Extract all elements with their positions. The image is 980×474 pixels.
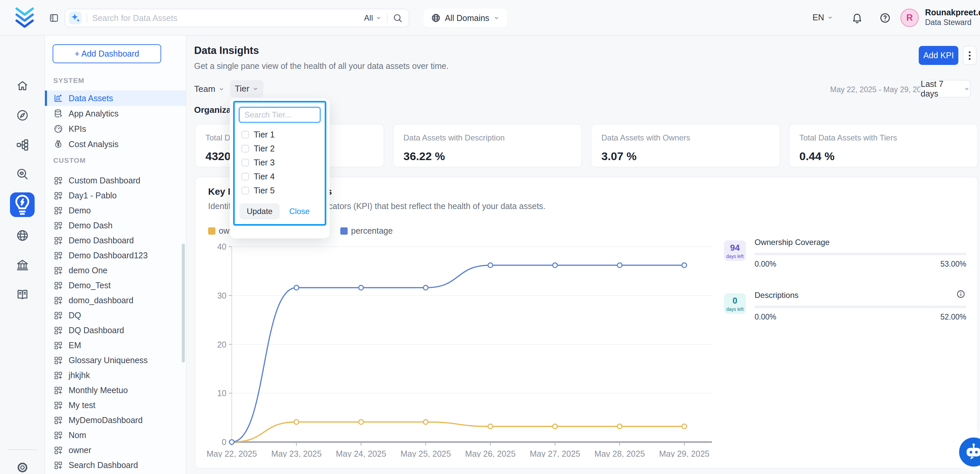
dashboard-icon [53,139,63,149]
search-scope-dropdown[interactable]: All [364,13,382,23]
language-dropdown[interactable]: EN [813,13,834,22]
dashboard-icon [53,385,63,396]
tier-filter-dropdown[interactable]: Tier [230,80,263,97]
rail-home-icon[interactable] [16,79,29,92]
page-title: Data Insights [194,45,259,57]
sidebar-item-glossary-uniqueness[interactable]: Glossary Uniqueness [45,353,186,368]
sidebar-item-app-analytics[interactable]: App Analytics [45,106,186,121]
dashboard-icon [53,445,63,455]
ai-sparkle-icon[interactable] [69,12,81,24]
tier-filter-popover: Tier 1 Tier 2 Tier 3 Tier 4 Tier 5 Updat… [230,99,330,238]
tier-option-tier-2[interactable]: Tier 2 [239,142,321,156]
avatar[interactable]: R [900,9,919,27]
sidebar-item-dq[interactable]: DQ [45,308,186,323]
more-options-kebab-icon[interactable] [963,46,977,65]
add-dashboard-button[interactable]: + Add Dashboard [52,44,161,63]
rail-governance-bank-icon[interactable] [16,258,29,272]
search-input[interactable] [92,13,364,23]
tier-update-button[interactable]: Update [239,204,280,220]
sidebar-scrollbar[interactable] [182,243,185,363]
sidebar-item-mydemodashboard[interactable]: MyDemoDashboard [45,413,186,428]
sidebar-item-data-assets[interactable]: Data Assets [45,91,186,106]
kpi-max: 53.00% [940,259,966,269]
account-menu[interactable]: Rounakpreet.d Data Steward [925,7,980,27]
sidebar-item-nom[interactable]: Nom [45,428,186,443]
sidebar-item-demo-one[interactable]: demo One [45,263,186,278]
svg-text:20: 20 [217,340,226,349]
checkbox[interactable] [242,159,249,167]
sidebar-item-demo[interactable]: Demo [45,203,186,218]
svg-text:0: 0 [222,437,226,447]
dashboard-sidebar: + Add Dashboard SYSTEM Data Assets App A… [45,36,186,474]
all-domains-dropdown[interactable]: All Domains [423,9,507,27]
rail-settings-gear-icon[interactable] [16,461,29,474]
kpi-item-descriptions[interactable]: 0 days left Descriptions 0.00% 52.00% [724,291,966,331]
kpi-item-ownership[interactable]: 94 days left Ownership Coverage 0.00% 53… [724,238,966,278]
app-logo-icon[interactable] [15,7,34,28]
sidebar-item-domo-dashboard[interactable]: domo_dashboard [45,293,186,308]
tier-option-tier-3[interactable]: Tier 3 [239,156,321,169]
svg-text:May 28, 2025: May 28, 2025 [594,449,645,457]
sidebar-item-kpis[interactable]: KPIs [45,121,186,137]
rail-insights-bulb-icon[interactable] [10,192,35,217]
sidebar-item-demo-dash[interactable]: Demo Dash [45,218,186,233]
dashboard-icon [53,415,63,425]
dashboard-icon [53,340,63,350]
globe-icon [431,13,441,23]
sidebar-item-custom-dashboard[interactable]: Custom Dashboard [45,173,186,188]
sidebar-item-day1-pablo[interactable]: Day1 - Pablo [45,188,186,203]
sidebar-item-search-dashboard[interactable]: Search Dashboard [45,458,186,472]
divider [87,13,87,23]
date-range-select[interactable]: Last 7 days [920,80,970,97]
legend-swatch [340,227,348,235]
rail-discover-compass-icon[interactable] [16,108,29,122]
sidebar-item-owner[interactable]: owner [45,443,186,458]
legend-item-percentage[interactable]: percentage [340,226,393,236]
chevron-down-icon [827,14,834,21]
dashboard-icon [53,176,63,186]
search-icon[interactable] [393,13,402,23]
rail-glossary-book-icon[interactable] [16,288,29,301]
sidebar-item-monthly-meetuo[interactable]: Monthly Meetuo [45,383,186,398]
stat-value: 3.07 % [601,150,770,163]
dashboard-icon [53,371,63,380]
stat-label: Data Assets with Owners [601,133,770,142]
chevron-down-icon [964,86,970,92]
team-filter-dropdown[interactable]: Team [194,84,225,94]
tier-option-tier-4[interactable]: Tier 4 [239,169,321,183]
sidebar-item-demo-dashboard[interactable]: Demo Dashboard [45,233,186,248]
checkbox[interactable] [242,145,249,153]
rail-search-observe-icon[interactable] [16,167,29,181]
top-bar: All All Domains EN R Rounakpreet.d Data … [0,0,980,36]
sidebar-toggle-icon[interactable] [49,13,59,23]
rail-globe-icon[interactable] [16,229,29,242]
help-icon[interactable] [879,12,891,24]
sidebar-item-dq-dashboard[interactable]: DQ Dashboard [45,323,186,338]
notifications-bell-icon[interactable] [851,12,863,24]
checkbox[interactable] [242,131,249,138]
dashboard-icon [53,236,63,246]
add-kpi-button[interactable]: Add KPI [919,46,958,65]
tier-close-button[interactable]: Close [289,207,309,216]
rail-lineage-icon[interactable] [16,138,29,152]
info-icon[interactable] [956,289,966,299]
sidebar-item-demo-test[interactable]: Demo_Test [45,278,186,293]
sidebar-item-jhkjhk[interactable]: jhkjhk [45,368,186,383]
checkbox[interactable] [242,173,249,180]
sidebar-item-my-test[interactable]: My test [45,398,186,413]
svg-text:May 29, 2025: May 29, 2025 [659,449,710,457]
system-nav-list: Data Assets App Analytics KPIs Cost Anal… [45,91,186,152]
tier-option-tier-5[interactable]: Tier 5 [239,183,321,197]
svg-text:May 23, 2025: May 23, 2025 [271,449,322,457]
stat-card-total-data-assets-with-tiers: Total Data Assets with Tiers 0.44 % [789,124,978,167]
chatbot-button[interactable] [958,436,980,468]
tier-search-input[interactable] [239,107,321,123]
sidebar-item-cost-analysis[interactable]: Cost Analysis [45,137,186,152]
tier-option-tier-1[interactable]: Tier 1 [239,127,321,142]
sidebar-item-demo-dashboard123[interactable]: Demo Dashboard123 [45,248,186,263]
dashboard-icon [53,221,63,231]
sidebar-item-em[interactable]: EM [45,338,186,353]
checkbox[interactable] [242,187,249,194]
days-left-badge: 94 days left [724,240,746,261]
language-label: EN [813,13,824,22]
